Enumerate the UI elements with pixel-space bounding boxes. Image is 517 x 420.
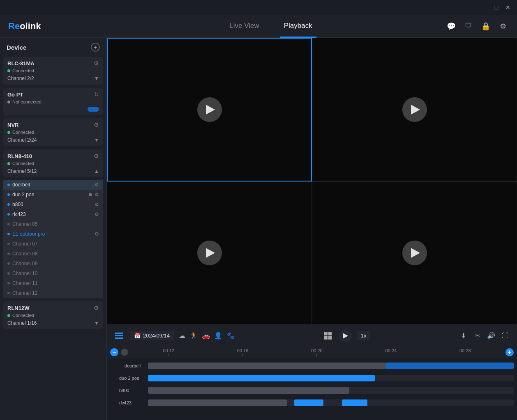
maximize-button[interactable]: □ [491,2,502,13]
filter-pet-icon[interactable]: 🐾 [226,332,235,340]
ch-dot-ch08 [7,252,10,255]
play-button-2[interactable] [402,97,427,122]
settings-icon[interactable]: ⚙ [497,21,509,32]
ch-record-duo2poe[interactable]: ⏺ [88,192,93,197]
device-name-rln12w: RLN12W [7,305,29,311]
device-gear-nvr[interactable]: ⚙ [94,122,99,128]
device-gear-rln8410[interactable]: ⚙ [94,153,99,159]
status-dot-nvr [7,131,10,134]
add-device-button[interactable]: + [91,43,100,52]
play-button-4[interactable] [402,241,427,265]
track-label-rlc423: rlc423 [107,400,148,405]
track-bar-area-duo2poe[interactable] [148,375,514,381]
channel-arrow-nvr[interactable]: ▼ [94,137,99,143]
header-actions: 💬 🗨 🔒 ⚙ [435,21,517,32]
video-cell-4[interactable] [312,181,517,325]
list-view-icon[interactable] [113,330,125,342]
svg-rect-3 [324,332,328,335]
channel-item-e1outdoor[interactable]: E1 outdoor pro ⚙ [3,229,103,239]
track-bar-area-doorbell[interactable] [148,363,514,369]
channel-item-ch05[interactable]: Channel 05 [3,219,103,229]
channel-item-ch12[interactable]: Channel 12 [3,288,103,298]
svg-rect-6 [328,336,332,340]
ch-gear-doorbell[interactable]: ⚙ [95,182,99,188]
logo: Reolink [0,21,107,32]
track-bar-area-b800[interactable] [148,387,514,394]
channel-item-ch09[interactable]: Channel 09 [3,259,103,269]
tab-playback[interactable]: Playback [280,15,316,38]
device-gear-rln12w[interactable]: ⚙ [94,305,99,311]
status-text-rln12w: Connected [12,313,34,318]
channel-item-rlc423[interactable]: rlc423 ⚙ [3,209,103,219]
status-dot-gopt [7,101,10,103]
filter-vehicle-icon[interactable]: 🚗 [202,332,210,340]
messages-icon[interactable]: 💬 [445,21,457,32]
device-gear-rlc81ma[interactable]: ⚙ [94,60,99,67]
channel-arrow-rlc81ma[interactable]: ▼ [94,76,99,81]
lock-icon[interactable]: 🔒 [480,21,492,32]
timeline-scrubber[interactable] [121,349,128,356]
channel-arrow-rln8410[interactable]: ▲ [94,168,99,174]
right-control-icons: ⬇ ✂ 🔊 ⛶ [458,330,510,341]
minimize-button[interactable]: — [479,2,491,13]
video-area: 📅 2024/09/14 ☁ 🏃 🚗 👤 🐾 [107,38,517,420]
play-button-1[interactable] [197,97,222,122]
volume-icon[interactable]: 🔊 [486,330,496,341]
device-header-rln12w: RLN12W ⚙ [7,305,99,311]
channel-item-duo2poe[interactable]: duo 2 poe ⏺ ⚙ [3,190,103,200]
scissors-icon[interactable]: ✂ [472,330,482,341]
channel-item-ch08[interactable]: Channel 08 [3,249,103,259]
video-cell-2[interactable] [312,38,517,181]
ch-gear-b800[interactable]: ⚙ [95,202,99,207]
track-bar-doorbell-1 [148,363,386,369]
sidebar-section-title: Device [7,44,26,51]
filter-person-motion-icon[interactable]: 🏃 [189,332,198,340]
download-icon[interactable]: ⬇ [458,330,469,341]
status-dot-rlc81ma [7,69,10,72]
channel-item-doorbell[interactable]: doorbell ⚙ [3,180,103,190]
filter-all-icon[interactable]: ☁ [179,332,185,340]
ch-gear-duo2poe[interactable]: ⚙ [95,192,99,197]
logo-text: Reolink [8,21,41,32]
tab-live-view[interactable]: Live View [225,15,263,38]
video-cell-3[interactable] [107,181,312,325]
track-row-b800: b800 [107,385,517,396]
timeline-tick-4: 00:24 [385,348,397,356]
track-bar-rlc423-1 [148,399,287,406]
device-channel-row-rln8410: Channel 5/12 ▲ [7,168,99,174]
ch-gear-e1outdoor[interactable]: ⚙ [95,231,99,237]
track-label-doorbell: doorbell [107,363,148,368]
date-picker[interactable]: 📅 2024/09/14 [130,331,174,340]
channel-item-ch07[interactable]: Channel 07 [3,239,103,249]
filter-person-icon[interactable]: 👤 [214,332,222,340]
device-gear-gopt[interactable]: ↻ [94,91,99,98]
channel-item-ch10[interactable]: Channel 10 [3,269,103,278]
chat-icon[interactable]: 🗨 [463,21,474,32]
video-cell-1[interactable] [107,38,312,181]
track-bar-area-rlc423[interactable] [148,399,514,406]
channel-item-b800[interactable]: b800 ⚙ [3,200,103,209]
toggle-gopt[interactable] [88,107,99,112]
timeline-zoom-out[interactable]: − [110,348,118,356]
channel-arrow-rln12w[interactable]: ▼ [94,320,99,326]
play-button-3[interactable] [197,241,222,265]
svg-rect-5 [324,336,328,340]
timeline-ruler: − 00:12 00:16 00:20 [107,346,517,358]
ch-gear-rlc423[interactable]: ⚙ [95,211,99,217]
close-button[interactable]: ✕ [502,2,514,13]
fullscreen-icon[interactable]: ⛶ [500,330,510,341]
track-bar-rlc423-3 [342,399,367,406]
timeline-tick-1: 00:12 [163,348,174,356]
device-card-gopt: Go PT ↻ Not connected [3,88,103,115]
device-card-rln12w: RLN12W ⚙ Connected Channel 1/16 ▼ [3,301,103,329]
speed-control[interactable]: 1x [357,331,371,340]
track-row-rlc423: rlc423 [107,397,517,409]
titlebar: — □ ✕ [0,0,517,15]
channel-item-ch11[interactable]: Channel 11 [3,278,103,288]
ch-name-ch10: Channel 10 [12,271,37,276]
timeline-zoom-in[interactable]: + [505,348,514,356]
svg-rect-1 [115,335,123,336]
device-channel-rlc81ma: Channel 2/2 [7,76,34,81]
play-pause-button[interactable] [339,329,352,342]
multiview-icon[interactable] [322,330,334,342]
